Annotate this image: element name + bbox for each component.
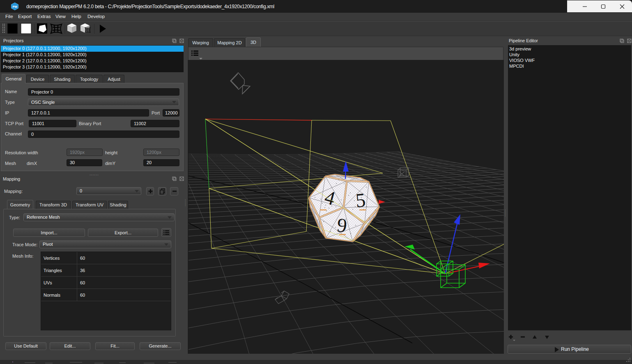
svg-text:PM: PM (12, 5, 17, 9)
svg-text:5: 5 (355, 189, 367, 211)
